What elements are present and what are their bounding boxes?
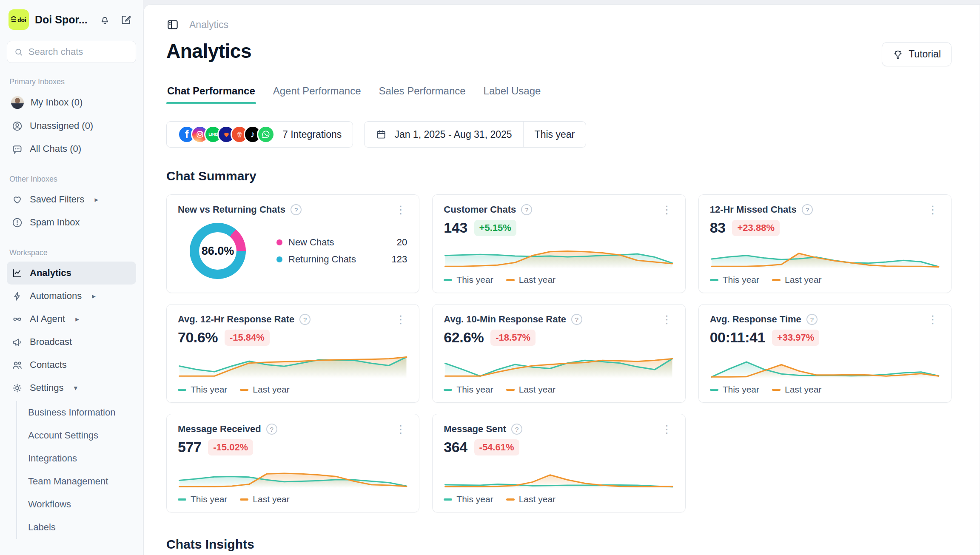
sidebar-item-spam-inbox[interactable]: Spam Inbox: [7, 211, 136, 234]
sidebar-item-automations[interactable]: Automations ▸: [7, 285, 136, 307]
help-icon[interactable]: ?: [571, 314, 582, 325]
breadcrumb: Analytics: [166, 18, 952, 31]
settings-submenu: Business Information Account Settings In…: [16, 401, 136, 539]
kebab-menu-icon[interactable]: ⋮: [926, 206, 940, 213]
collapse-sidebar-button[interactable]: [166, 18, 179, 31]
notifications-button[interactable]: [97, 12, 112, 27]
legend-this-year[interactable]: This year: [710, 275, 759, 285]
sidebar-item-label: My Inbox (0): [31, 97, 83, 108]
main-panel: Analytics Analytics Tutorial Chat Perfor…: [143, 4, 980, 555]
date-filter: Jan 1, 2025 - Aug 31, 2025 This year: [364, 121, 586, 148]
help-icon[interactable]: ?: [802, 204, 813, 215]
sidebar-item-label: Settings: [30, 382, 64, 393]
kebab-menu-icon[interactable]: ⋮: [660, 206, 674, 213]
kebab-menu-icon[interactable]: ⋮: [393, 425, 408, 433]
sidebar-item-settings[interactable]: Settings ▾: [7, 376, 136, 399]
sidebar-item-ai-agent[interactable]: AI Agent ▸: [7, 307, 136, 330]
tab-agent-performance[interactable]: Agent Performance: [272, 81, 362, 104]
legend-this-year[interactable]: This year: [444, 275, 493, 285]
kebab-menu-icon[interactable]: ⋮: [926, 316, 940, 323]
submenu-item-business-information[interactable]: Business Information: [26, 401, 136, 424]
submenu-item-workflows[interactable]: Workflows: [26, 493, 136, 516]
legend-this-year[interactable]: This year: [444, 384, 493, 395]
sidebar: doi Doi Spor... Pri: [0, 0, 143, 555]
legend-new-chats[interactable]: New Chats 20: [276, 237, 407, 248]
workspace-logo[interactable]: doi: [9, 9, 29, 30]
doi-logo-icon: doi: [10, 14, 27, 25]
breadcrumb-analytics[interactable]: Analytics: [189, 19, 228, 31]
legend-label: Last year: [785, 275, 821, 285]
sidebar-item-all-chats[interactable]: All Chats (0): [7, 137, 136, 160]
legend-this-year[interactable]: This year: [710, 384, 759, 395]
response-time-line-chart: [710, 349, 940, 380]
submenu-item-team-management[interactable]: Team Management: [26, 470, 136, 493]
card-title: Avg. 10-Min Response Rate: [444, 314, 566, 325]
legend-label: This year: [723, 384, 759, 395]
tab-label-usage[interactable]: Label Usage: [483, 81, 542, 104]
legend-label: Last year: [519, 384, 556, 395]
integrations-filter[interactable]: f LINE: [166, 121, 353, 148]
legend-this-year[interactable]: This year: [444, 494, 493, 504]
delta-badge: -54.61%: [474, 439, 519, 455]
compose-button[interactable]: [118, 12, 134, 27]
legend-last-year[interactable]: Last year: [506, 384, 556, 395]
help-icon[interactable]: ?: [299, 314, 311, 325]
sidebar-item-label: Saved Filters: [30, 194, 84, 205]
submenu-item-integrations[interactable]: Integrations: [26, 447, 136, 470]
help-icon[interactable]: ?: [806, 314, 818, 325]
kebab-menu-icon[interactable]: ⋮: [660, 425, 674, 433]
legend-label: This year: [191, 384, 227, 395]
stat-value: 70.6%: [178, 329, 218, 346]
card-customer-chats: Customer Chats ? ⋮ 143 +5.15% This year …: [432, 194, 685, 293]
legend-label: Last year: [519, 275, 556, 285]
legend-this-year[interactable]: This year: [178, 494, 227, 504]
help-icon[interactable]: ?: [291, 204, 302, 215]
legend-label: Last year: [519, 494, 556, 504]
kebab-menu-icon[interactable]: ⋮: [660, 316, 674, 323]
infinity-icon: [11, 313, 23, 325]
kebab-menu-icon[interactable]: ⋮: [393, 316, 408, 323]
help-icon[interactable]: ?: [266, 424, 277, 435]
legend-last-year[interactable]: Last year: [772, 275, 821, 285]
search-chats-box[interactable]: [7, 41, 136, 63]
help-icon[interactable]: ?: [511, 424, 522, 435]
kebab-menu-icon[interactable]: ⋮: [393, 206, 408, 213]
legend-last-year[interactable]: Last year: [240, 494, 289, 504]
legend-last-year[interactable]: Last year: [506, 494, 556, 504]
legend-last-year[interactable]: Last year: [772, 384, 821, 395]
delta-badge: -18.57%: [490, 330, 536, 346]
submenu-item-labels[interactable]: Labels: [26, 516, 136, 539]
workspace-name[interactable]: Doi Spor...: [35, 14, 91, 26]
response-rate-10min-line-chart: [444, 349, 674, 380]
chat-summary-grid: New vs Returning Chats ? ⋮ 86.0% New Cha…: [166, 194, 952, 512]
whatsapp-icon: [257, 125, 275, 143]
calendar-icon: [376, 129, 387, 140]
tutorial-button[interactable]: Tutorial: [882, 42, 952, 66]
legend-last-year[interactable]: Last year: [506, 275, 556, 285]
section-label-workspace: Workspace: [9, 248, 134, 257]
legend-this-year[interactable]: This year: [178, 384, 227, 395]
compose-icon: [120, 14, 132, 26]
sidebar-item-analytics[interactable]: Analytics: [7, 262, 136, 285]
sidebar-item-my-inbox[interactable]: My Inbox (0): [7, 91, 136, 114]
sidebar-item-saved-filters[interactable]: Saved Filters ▸: [7, 188, 136, 211]
sidebar-item-unassigned[interactable]: Unassigned (0): [7, 114, 136, 137]
legend-returning-chats[interactable]: Returning Chats 123: [276, 254, 407, 265]
chart-legend: This year Last year: [444, 384, 674, 395]
sidebar-item-label: AI Agent: [30, 313, 65, 324]
delta-badge: +5.15%: [474, 220, 516, 236]
submenu-item-account-settings[interactable]: Account Settings: [26, 424, 136, 447]
legend-last-year[interactable]: Last year: [240, 384, 289, 395]
tab-sales-performance[interactable]: Sales Performance: [378, 81, 467, 104]
sidebar-item-contacts[interactable]: Contacts: [7, 353, 136, 376]
card-new-vs-returning-chats: New vs Returning Chats ? ⋮ 86.0% New Cha…: [166, 194, 419, 293]
search-chats-input[interactable]: [28, 46, 129, 57]
gear-icon: [11, 382, 23, 394]
help-icon[interactable]: ?: [521, 204, 532, 215]
date-range-button[interactable]: Jan 1, 2025 - Aug 31, 2025: [365, 129, 523, 140]
grid-empty-cell: [698, 414, 952, 512]
sidebar-item-broadcast[interactable]: Broadcast: [7, 330, 136, 353]
tab-chat-performance[interactable]: Chat Performance: [166, 81, 256, 104]
period-select[interactable]: This year: [524, 129, 586, 140]
card-avg-response-time: Avg. Response Time ? ⋮ 00:11:41 +33.97% …: [698, 304, 952, 403]
